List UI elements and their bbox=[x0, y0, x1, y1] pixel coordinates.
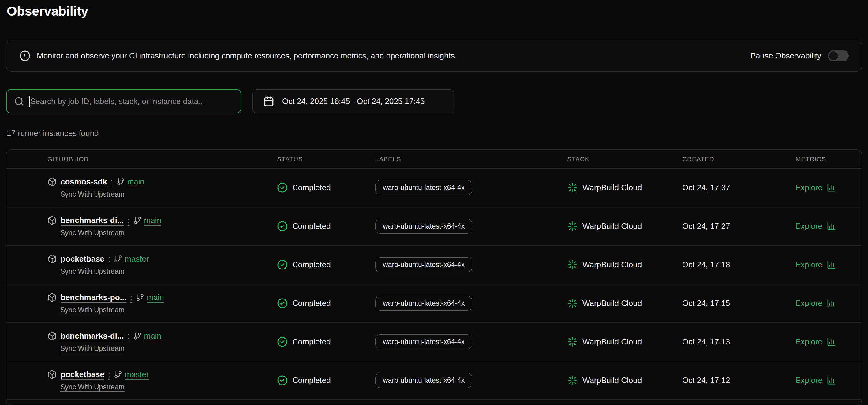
bar-chart-icon bbox=[827, 376, 836, 385]
explore-metrics-button[interactable]: Explore bbox=[796, 337, 862, 346]
created-cell: Oct 24, 17:37 bbox=[682, 183, 796, 193]
branch-link[interactable]: main bbox=[144, 331, 161, 341]
created-cell: Oct 24, 17:12 bbox=[682, 376, 796, 385]
warpbuild-spark-icon bbox=[567, 375, 578, 386]
warpbuild-spark-icon bbox=[567, 298, 578, 309]
date-range-button[interactable]: Oct 24, 2025 16:45 - Oct 24, 2025 17:45 bbox=[252, 89, 454, 113]
column-header-created: CREATED bbox=[682, 156, 796, 163]
pause-observability-toggle[interactable] bbox=[828, 50, 849, 62]
package-icon bbox=[48, 254, 57, 264]
results-count: 17 runner instances found bbox=[7, 129, 99, 138]
branch-link[interactable]: master bbox=[125, 254, 149, 264]
runner-label-chip: warp-ubuntu-latest-x64-4x bbox=[375, 180, 472, 195]
search-box[interactable] bbox=[6, 89, 241, 113]
table-row: benchmarks-po... : main Sync With Upstre… bbox=[6, 284, 862, 323]
status-cell: Completed bbox=[277, 298, 375, 309]
explore-label: Explore bbox=[796, 337, 823, 346]
pause-observability-label: Pause Observability bbox=[750, 51, 821, 61]
status-text: Completed bbox=[292, 183, 331, 193]
column-header-metrics: METRICS bbox=[796, 156, 862, 163]
circle-check-icon bbox=[277, 182, 288, 193]
explore-metrics-button[interactable]: Explore bbox=[796, 299, 862, 308]
circle-check-icon bbox=[277, 298, 288, 309]
repo-link[interactable]: pocketbase bbox=[61, 254, 104, 264]
repo-link[interactable]: benchmarks-di... bbox=[61, 331, 124, 341]
git-branch-icon bbox=[117, 178, 125, 186]
github-job-cell: benchmarks-di... : main Sync With Upstre… bbox=[6, 331, 277, 353]
table-header-row: GITHUB JOB STATUS LABELS STACK CREATED M… bbox=[6, 149, 862, 169]
repo-link[interactable]: benchmarks-po... bbox=[61, 293, 126, 302]
sync-with-upstream-link[interactable]: Sync With Upstream bbox=[60, 306, 125, 314]
stack-cell: WarpBuild Cloud bbox=[567, 221, 682, 232]
package-icon bbox=[48, 370, 57, 379]
created-timestamp: Oct 24, 17:37 bbox=[682, 183, 730, 192]
sync-with-upstream-link[interactable]: Sync With Upstream bbox=[60, 344, 125, 353]
branch-link[interactable]: main bbox=[144, 216, 161, 225]
branch-link[interactable]: main bbox=[147, 293, 164, 302]
status-cell: Completed bbox=[277, 336, 375, 347]
runner-label-chip: warp-ubuntu-latest-x64-4x bbox=[375, 334, 472, 349]
sync-with-upstream-link[interactable]: Sync With Upstream bbox=[60, 190, 125, 199]
stack-name: WarpBuild Cloud bbox=[583, 337, 642, 346]
git-branch-icon bbox=[114, 370, 122, 379]
status-text: Completed bbox=[292, 299, 331, 308]
bar-chart-icon bbox=[827, 222, 836, 231]
page-title: Observability bbox=[7, 4, 88, 19]
warpbuild-spark-icon bbox=[567, 336, 578, 347]
created-cell: Oct 24, 17:27 bbox=[682, 222, 796, 231]
status-text: Completed bbox=[292, 222, 331, 231]
explore-metrics-button[interactable]: Explore bbox=[796, 260, 862, 269]
column-header-github-job: GITHUB JOB bbox=[6, 156, 277, 163]
column-header-stack: STACK bbox=[567, 156, 682, 163]
explore-label: Explore bbox=[796, 183, 823, 193]
created-timestamp: Oct 24, 17:13 bbox=[682, 337, 730, 346]
created-timestamp: Oct 24, 17:27 bbox=[682, 222, 730, 231]
stack-name: WarpBuild Cloud bbox=[583, 183, 642, 193]
warpbuild-spark-icon bbox=[567, 221, 578, 232]
table-row: benchmarks-di... : main Sync With Upstre… bbox=[6, 323, 862, 361]
created-cell: Oct 24, 17:18 bbox=[682, 260, 796, 269]
repo-branch-separator: : bbox=[111, 177, 113, 186]
column-header-labels: LABELS bbox=[375, 156, 567, 163]
sync-with-upstream-link[interactable]: Sync With Upstream bbox=[60, 267, 125, 276]
status-text: Completed bbox=[292, 376, 331, 385]
package-icon bbox=[48, 293, 57, 302]
column-header-status: STATUS bbox=[277, 156, 375, 163]
bar-chart-icon bbox=[827, 260, 836, 269]
explore-label: Explore bbox=[796, 222, 823, 231]
explore-metrics-button[interactable]: Explore bbox=[796, 222, 862, 231]
stack-cell: WarpBuild Cloud bbox=[567, 298, 682, 309]
bar-chart-icon bbox=[827, 299, 836, 308]
sync-with-upstream-link[interactable]: Sync With Upstream bbox=[60, 383, 125, 391]
git-branch-icon bbox=[133, 332, 142, 340]
explore-metrics-button[interactable]: Explore bbox=[796, 183, 862, 193]
labels-cell: warp-ubuntu-latest-x64-4x bbox=[375, 257, 567, 272]
circle-alert-icon bbox=[19, 50, 31, 62]
repo-branch-separator: : bbox=[108, 255, 110, 263]
github-job-cell: pocketbase : master Sync With Upstream bbox=[6, 370, 277, 391]
created-timestamp: Oct 24, 17:12 bbox=[682, 376, 730, 385]
search-icon bbox=[14, 96, 24, 106]
calendar-icon bbox=[264, 96, 274, 107]
search-input[interactable] bbox=[30, 97, 233, 106]
repo-branch-separator: : bbox=[108, 370, 110, 379]
repo-link[interactable]: pocketbase bbox=[61, 370, 104, 379]
repo-link[interactable]: benchmarks-di... bbox=[61, 216, 124, 225]
sync-with-upstream-link[interactable]: Sync With Upstream bbox=[60, 229, 125, 237]
info-banner: Monitor and observe your CI infrastructu… bbox=[6, 40, 862, 72]
bar-chart-icon bbox=[827, 337, 836, 346]
branch-link[interactable]: main bbox=[127, 177, 145, 187]
status-cell: Completed bbox=[277, 260, 375, 270]
repo-link[interactable]: cosmos-sdk bbox=[61, 177, 107, 187]
explore-label: Explore bbox=[796, 260, 823, 269]
package-icon bbox=[48, 177, 57, 187]
repo-branch-separator: : bbox=[130, 293, 132, 302]
explore-metrics-button[interactable]: Explore bbox=[796, 376, 862, 385]
package-icon bbox=[48, 216, 57, 225]
branch-link[interactable]: master bbox=[125, 370, 149, 379]
stack-cell: WarpBuild Cloud bbox=[567, 260, 682, 270]
github-job-cell: benchmarks-di... : main Sync With Upstre… bbox=[6, 216, 277, 237]
stack-cell: WarpBuild Cloud bbox=[567, 336, 682, 347]
labels-cell: warp-ubuntu-latest-x64-4x bbox=[375, 180, 567, 195]
stack-name: WarpBuild Cloud bbox=[583, 376, 642, 385]
